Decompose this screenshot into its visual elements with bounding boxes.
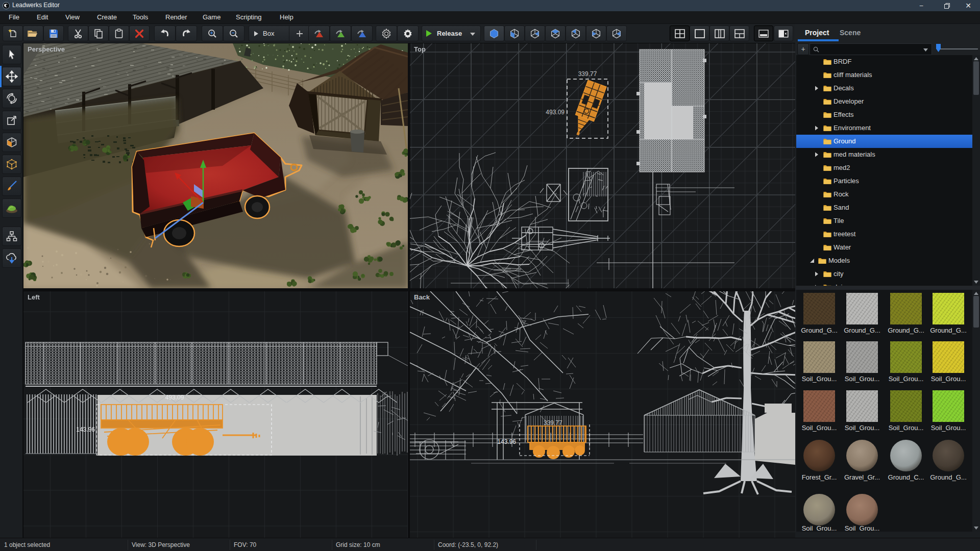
svg-text:493.09: 493.09 [165, 394, 184, 401]
svg-text:339.77: 339.77 [544, 419, 562, 427]
svg-text:493.09: 493.09 [546, 109, 565, 116]
svg-text:143.96: 143.96 [497, 438, 516, 445]
svg-text:339.77: 339.77 [578, 70, 597, 78]
svg-text:143.96: 143.96 [76, 426, 95, 433]
